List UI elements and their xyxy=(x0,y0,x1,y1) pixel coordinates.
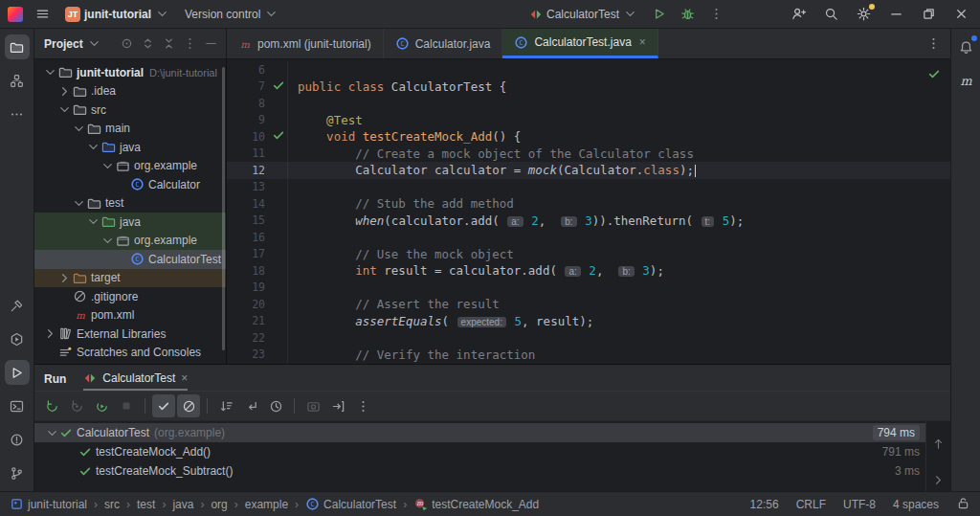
tree-item-calculatortest[interactable]: CCalculatorTest xyxy=(34,250,226,269)
code-line-6[interactable]: 6 xyxy=(227,61,950,79)
indent-widget[interactable]: 4 spaces xyxy=(893,498,939,511)
code-line-11[interactable]: 11 // Create a mock object of the Calcul… xyxy=(227,146,950,163)
rerun-failed-button[interactable] xyxy=(65,394,88,417)
tree-toggle[interactable] xyxy=(42,65,57,79)
problems-toolwindow-button[interactable] xyxy=(5,427,30,452)
code-line-21[interactable]: 21 assertEquals( expected: 5, result); xyxy=(227,313,950,330)
tree-item-java[interactable]: java xyxy=(34,138,226,157)
inspections-ok-icon[interactable] xyxy=(927,67,941,80)
main-menu-button[interactable] xyxy=(31,3,54,26)
project-toolbar-locate-button[interactable] xyxy=(117,34,136,54)
code-editor[interactable]: 67public class CalculatorTest {89 @Test1… xyxy=(227,59,950,364)
breadcrumb-item-src[interactable]: src xyxy=(104,498,120,511)
vcs-widget[interactable]: Version control xyxy=(181,3,282,26)
debug-button[interactable] xyxy=(676,3,699,26)
window-restore-button[interactable] xyxy=(917,3,940,26)
run-configuration-widget[interactable]: CalculatorTest xyxy=(525,3,641,26)
close-icon[interactable]: × xyxy=(639,35,646,49)
test-result-testcreatemock-add-[interactable]: testCreateMock_Add()791 ms xyxy=(34,442,925,461)
tree-toggle[interactable] xyxy=(42,326,57,341)
tree-item-target[interactable]: target xyxy=(34,269,226,288)
run-test-gutter-button[interactable] xyxy=(272,79,285,95)
project-toolwindow-button[interactable] xyxy=(5,34,30,59)
breadcrumb-item-test[interactable]: test xyxy=(137,498,155,511)
tree-item-calculator[interactable]: CCalculator xyxy=(34,175,226,194)
notifications-button[interactable] xyxy=(953,34,978,59)
run-test-gutter-button[interactable] xyxy=(272,128,285,145)
tree-item-scratches-and-consoles[interactable]: Scratches and Consoles xyxy=(34,344,226,363)
maven-toolwindow-button[interactable]: m xyxy=(953,68,978,93)
tab-calculatortest-java[interactable]: CCalculatorTest.java× xyxy=(502,29,657,58)
breadcrumb-item-testcreatemock-add[interactable]: mtestCreateMock_Add xyxy=(413,497,539,511)
breadcrumb-item-junit-tutorial[interactable]: junit-tutorial xyxy=(10,497,87,511)
project-toolbar-expand-all-button[interactable] xyxy=(138,34,157,54)
tree-toggle[interactable] xyxy=(56,84,72,99)
tree-item-org-example[interactable]: org.example xyxy=(34,232,226,251)
file-lock-widget[interactable] xyxy=(956,496,970,513)
export-test-results-button[interactable] xyxy=(326,394,349,417)
project-toolbar-collapse-all-button[interactable] xyxy=(159,34,178,54)
project-widget[interactable]: JT junit-tutorial xyxy=(61,3,173,26)
services-toolwindow-button[interactable] xyxy=(5,326,30,351)
code-line-7[interactable]: 7public class CalculatorTest { xyxy=(227,79,950,96)
chevron-down-icon[interactable] xyxy=(87,36,101,51)
tree-item-pom-xml[interactable]: mpom.xml xyxy=(34,306,226,325)
tab-calculator-java[interactable]: CCalculator.java xyxy=(384,29,503,58)
code-line-23[interactable]: 23 // Verify the interaction xyxy=(227,347,950,364)
code-line-13[interactable]: 13 xyxy=(227,179,950,196)
code-line-10[interactable]: 10 void testCreateMock_Add() { xyxy=(227,128,950,146)
window-minimize-button[interactable] xyxy=(884,3,907,26)
sort-by-duration-button[interactable] xyxy=(214,394,237,417)
tree-item-java[interactable]: java xyxy=(34,213,226,232)
more-vert-button[interactable] xyxy=(351,394,374,417)
tree-item-external-libraries[interactable]: External Libraries xyxy=(34,325,226,344)
structure-toolwindow-button[interactable] xyxy=(5,68,30,93)
window-close-button[interactable] xyxy=(949,3,972,26)
editor-tab-options-button[interactable] xyxy=(924,34,943,54)
breadcrumb-item-org[interactable]: org xyxy=(211,498,227,511)
tree-toggle[interactable] xyxy=(100,159,115,173)
code-line-15[interactable]: 15 when(calculator.add( a: 2, b: 3)).the… xyxy=(227,213,950,230)
screenshot-button[interactable] xyxy=(301,394,324,417)
build-toolwindow-button[interactable] xyxy=(5,293,30,318)
code-line-12[interactable]: 12 Calculator calculator = mock(Calculat… xyxy=(227,162,950,179)
code-line-22[interactable]: 22 xyxy=(227,329,950,347)
close-icon[interactable]: × xyxy=(181,371,188,385)
line-ending-widget[interactable]: CRLF xyxy=(796,498,826,511)
code-line-16[interactable]: 16 xyxy=(227,229,950,246)
code-line-14[interactable]: 14 // Stub the add method xyxy=(227,195,950,213)
tree-item--idea[interactable]: .idea xyxy=(34,82,226,101)
test-result-calculatortest[interactable]: CalculatorTest(org.example)794 ms xyxy=(34,423,925,442)
code-line-19[interactable]: 19 xyxy=(227,280,950,297)
rerun-button[interactable] xyxy=(40,394,63,417)
run-toolwindow-button[interactable] xyxy=(5,360,30,385)
toggle-auto-test-button[interactable] xyxy=(90,394,113,417)
project-toolbar-more-vert-button[interactable] xyxy=(180,34,199,54)
test-history-button[interactable] xyxy=(264,394,287,417)
tree-toggle[interactable] xyxy=(56,271,72,285)
tree-toggle[interactable] xyxy=(85,214,100,229)
results-toggle[interactable] xyxy=(44,426,59,440)
show-passed-button[interactable] xyxy=(152,394,175,417)
show-ignored-button[interactable] xyxy=(177,394,200,417)
run-tab-calculatortest[interactable]: CalculatorTest × xyxy=(83,371,188,391)
code-line-18[interactable]: 18 int result = calculator.add( a: 2, b:… xyxy=(227,262,950,280)
tree-item-main[interactable]: main xyxy=(34,120,226,139)
search-everywhere-button[interactable] xyxy=(819,3,842,26)
tree-item-src[interactable]: src xyxy=(34,101,226,120)
tree-item-test[interactable]: test xyxy=(34,194,226,213)
tree-item-org-example[interactable]: org.example xyxy=(34,157,226,176)
code-line-8[interactable]: 8 xyxy=(227,95,950,112)
breadcrumb-item-java[interactable]: java xyxy=(172,498,193,511)
test-result-testcreatemock-subtract-[interactable]: testCreateMock_Subtract()3 ms xyxy=(34,461,925,481)
caret-position-widget[interactable]: 12:56 xyxy=(750,498,779,511)
tab-pom-xml-junit-tutorial-[interactable]: mpom.xml (junit-tutorial) xyxy=(227,29,384,58)
encoding-widget[interactable]: UTF-8 xyxy=(843,498,876,511)
code-line-9[interactable]: 9 @Test xyxy=(227,112,950,129)
tree-toggle[interactable] xyxy=(85,140,100,154)
tree-toggle[interactable] xyxy=(71,196,86,211)
tree-toggle[interactable] xyxy=(100,234,115,248)
scroll-up-icon[interactable] xyxy=(931,437,946,451)
stop-button[interactable] xyxy=(115,394,138,417)
code-line-20[interactable]: 20 // Assert the result xyxy=(227,296,950,313)
